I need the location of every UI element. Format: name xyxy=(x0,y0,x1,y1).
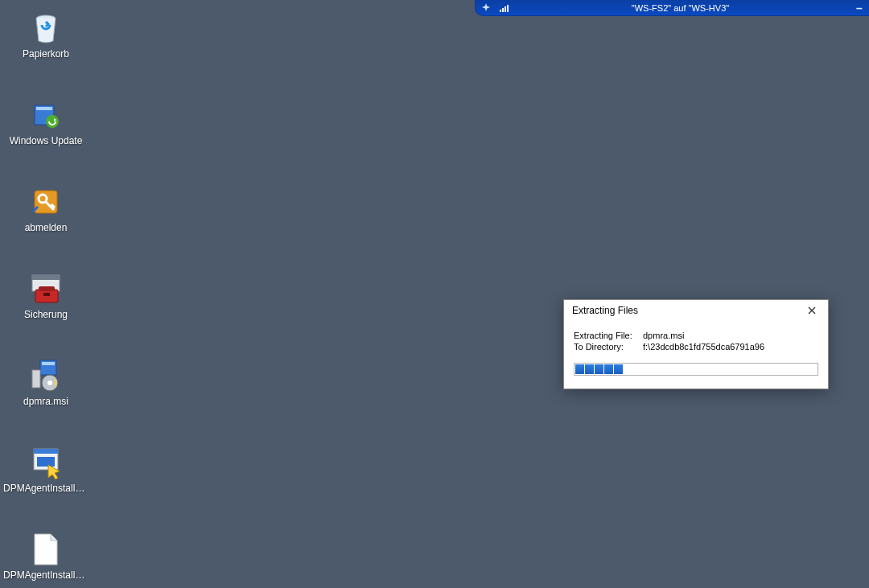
extracting-files-dialog: Extracting Files Extracting File: dpmra.… xyxy=(563,299,829,389)
desktop-icon-label: Sicherung xyxy=(24,309,68,320)
blank-file-icon xyxy=(29,532,63,566)
svg-rect-13 xyxy=(32,370,40,388)
minimize-button[interactable]: – xyxy=(850,2,869,14)
desktop-icon-label: dpmra.msi xyxy=(23,396,68,407)
svg-rect-7 xyxy=(32,275,60,280)
progress-segment xyxy=(614,364,623,374)
svg-rect-18 xyxy=(37,457,55,467)
extracting-file-label: Extracting File: xyxy=(574,331,643,340)
progress-segment xyxy=(585,364,594,374)
installer-exe-icon xyxy=(29,446,63,479)
desktop-icon-dpm-agent-installer-2[interactable]: DPMAgentInstaller... xyxy=(2,526,90,586)
remote-connection-bar: "WS-FS2" auf "WS-HV3" – xyxy=(475,0,869,16)
desktop-icon-backup[interactable]: Sicherung xyxy=(2,265,90,325)
connection-title: "WS-FS2" auf "WS-HV3" xyxy=(511,3,850,13)
pin-icon[interactable] xyxy=(479,2,493,14)
svg-rect-10 xyxy=(43,293,50,296)
desktop-icon-dpmra-msi[interactable]: dpmra.msi xyxy=(2,352,90,412)
close-button[interactable] xyxy=(801,302,823,319)
recycle-bin-icon xyxy=(29,11,63,45)
to-directory-label: To Directory: xyxy=(574,342,643,352)
progress-bar xyxy=(574,363,818,376)
desktop-icon-label: DPMAgentInstaller... xyxy=(3,569,89,581)
desktop-icon-windows-update[interactable]: Windows Update xyxy=(2,92,90,151)
svg-rect-9 xyxy=(39,286,55,291)
progress-segment xyxy=(595,364,603,374)
desktop-icon-label: Papierkorb xyxy=(23,48,69,60)
signal-icon xyxy=(496,2,511,14)
toolbox-icon xyxy=(29,272,63,306)
svg-rect-2 xyxy=(36,107,52,110)
dialog-titlebar[interactable]: Extracting Files xyxy=(564,300,828,321)
to-directory-value: f:\23dcdb8c1fd755dca6791a96 xyxy=(643,342,818,352)
desktop-icon-label: abmelden xyxy=(25,222,68,233)
svg-point-15 xyxy=(47,380,52,385)
msi-installer-icon xyxy=(29,359,63,393)
close-icon xyxy=(808,306,816,315)
dialog-title: Extracting Files xyxy=(572,305,801,316)
extracting-file-value: dpmra.msi xyxy=(643,331,818,340)
desktop-icon-dpm-agent-installer-1[interactable]: DPMAgentInstaller... xyxy=(2,439,90,499)
desktop-icons: Papierkorb Windows Update abmelden xyxy=(2,5,90,586)
desktop-icon-recycle-bin[interactable]: Papierkorb xyxy=(2,5,90,64)
windows-update-icon xyxy=(29,98,63,132)
desktop-icon-label: Windows Update xyxy=(10,135,83,146)
dialog-body: Extracting File: dpmra.msi To Directory:… xyxy=(564,321,828,389)
svg-rect-17 xyxy=(34,449,58,454)
desktop-icon-label: DPMAgentInstaller... xyxy=(3,483,89,494)
progress-segment xyxy=(604,364,613,374)
svg-rect-12 xyxy=(42,362,55,365)
desktop-icon-logoff[interactable]: abmelden xyxy=(2,179,90,238)
svg-point-3 xyxy=(46,115,59,128)
progress-segment xyxy=(575,364,584,374)
key-icon xyxy=(29,185,63,219)
